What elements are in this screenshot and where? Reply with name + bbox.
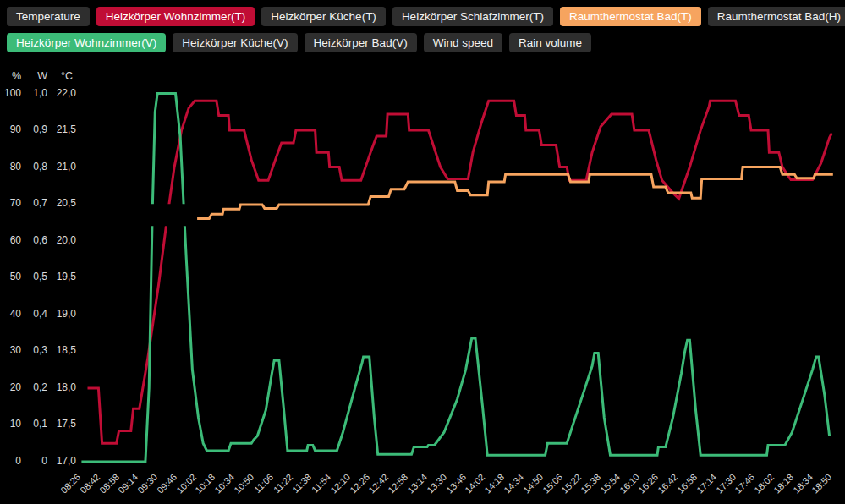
chart-plot-area <box>0 0 845 504</box>
series-line-heizk-rper-wohnzimmer-v <box>81 94 829 463</box>
chart-page: { "colors": { "background": "#000000", "… <box>0 0 845 504</box>
series-line-raumthermostat-bad-t <box>197 167 833 219</box>
